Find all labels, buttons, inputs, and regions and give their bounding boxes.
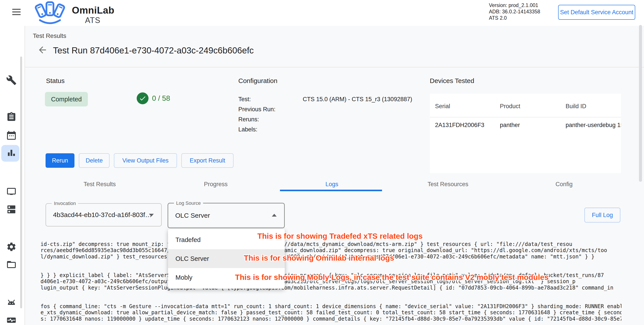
- status-badge: Completed: [45, 92, 88, 106]
- adb-version-line: ADB: 36.0.2-14143358: [489, 8, 540, 15]
- delete-button[interactable]: Delete: [79, 153, 110, 168]
- ats-version-line: ATS 2.0: [489, 15, 540, 21]
- fail-pass-count: 0 / 58: [152, 94, 170, 102]
- export-result-button[interactable]: Export Result: [181, 153, 234, 168]
- bar-chart-icon: [6, 148, 17, 158]
- tab-progress[interactable]: Progress: [158, 177, 274, 192]
- log-source-select[interactable]: Log Source OLC Server: [168, 203, 285, 228]
- config-label: Previous Run:: [238, 106, 276, 113]
- breadcrumb: Test Results: [33, 32, 66, 40]
- server-icon: [6, 204, 17, 214]
- table-header-divider: [430, 117, 621, 118]
- gear-icon: [6, 242, 17, 252]
- app-header: OmniLab ATS Version: prod_2.1.001 ADB: 3…: [0, 0, 644, 26]
- menu-icon[interactable]: [12, 9, 21, 16]
- omnilab-logo-icon: [28, 1, 72, 26]
- version-line: Version: prod_2.1.001: [489, 2, 540, 8]
- version-info: Version: prod_2.1.001 ADB: 36.0.2-141433…: [489, 2, 540, 21]
- omnilab-ats-app: OmniLab ATS Version: prod_2.1.001 ADB: 3…: [0, 0, 644, 325]
- sidebar-nav: [0, 26, 24, 325]
- full-log-button[interactable]: Full Log: [584, 208, 620, 222]
- tab-test-resources[interactable]: Test Resources: [390, 177, 506, 192]
- sidebar-item-test-plans[interactable]: [6, 112, 17, 122]
- device-product-cell: panther: [500, 122, 520, 128]
- set-default-service-account-button[interactable]: Set Default Service Account: [558, 5, 635, 20]
- sidebar-item-tests[interactable]: [6, 75, 17, 86]
- column-header-serial: Serial: [435, 103, 450, 110]
- sidebar-item-android[interactable]: [6, 298, 17, 308]
- android-icon: [6, 298, 17, 308]
- chevron-down-icon: [149, 214, 154, 216]
- devices-tested-heading: Devices Tested: [430, 77, 474, 84]
- health-monitor-icon: [6, 315, 17, 325]
- chevron-up-icon: [272, 214, 277, 216]
- page-scrollbar[interactable]: [639, 25, 642, 182]
- column-header-product: Product: [500, 103, 520, 110]
- config-label: Reruns:: [238, 116, 259, 123]
- sidebar-item-files[interactable]: [6, 259, 17, 270]
- log-source-label: Log Source: [174, 200, 203, 206]
- laptop-device-icon: [6, 186, 17, 197]
- sidebar-item-settings[interactable]: [6, 242, 17, 252]
- active-tab-indicator: [280, 190, 382, 191]
- sidebar-divider: [24, 26, 25, 325]
- log-source-value: OLC Server: [175, 212, 210, 219]
- wrench-icon: [6, 75, 17, 86]
- sidebar-scrollbar[interactable]: [20, 56, 22, 308]
- header-divider: [25, 67, 644, 68]
- page-title: Test Run 87d406e1-e730-4072-a03c-249c6b6…: [53, 46, 254, 56]
- invocation-select[interactable]: Invocation 4b3acd44-eb10-37cd-a16f-803f…: [46, 203, 162, 226]
- rerun-button[interactable]: Rerun: [46, 153, 74, 168]
- config-label: Test:: [238, 96, 251, 103]
- devices-table: Serial Product Build ID 2A131FDH2006F3 p…: [430, 94, 621, 173]
- check-circle-icon: [137, 92, 148, 104]
- device-serial-cell: 2A131FDH2006F3: [435, 122, 484, 128]
- tab-config[interactable]: Config: [506, 177, 622, 192]
- clipboard-icon: [6, 112, 17, 122]
- invocation-value: 4b3acd44-eb10-37cd-a16f-803f…: [53, 211, 152, 218]
- sidebar-item-test-results[interactable]: [6, 148, 17, 158]
- config-label: Labels:: [238, 126, 258, 133]
- sidebar-item-schedule[interactable]: [6, 130, 17, 140]
- app-name: OmniLab: [72, 5, 114, 16]
- app-subtitle: ATS: [85, 16, 100, 25]
- config-value: CTS 15.0 (ARM) - CTS 15_r3 (13092887): [303, 96, 412, 103]
- folder-icon: [6, 259, 17, 270]
- annotation-olc-server: This is for showing Omnilab internal log…: [244, 254, 394, 262]
- invocation-label: Invocation: [52, 200, 78, 206]
- configuration-heading: Configuration: [238, 77, 277, 84]
- column-header-build-id: Build ID: [566, 103, 586, 110]
- calendar-icon: [6, 130, 17, 140]
- annotation-tradefed: This is for showing Tradefed xTS related…: [258, 232, 423, 240]
- sidebar-item-hosts[interactable]: [6, 204, 17, 214]
- annotation-mobly: This is for showing Mobly Logs, in case …: [235, 273, 548, 282]
- status-heading: Status: [46, 77, 64, 84]
- tab-logs[interactable]: Logs: [274, 177, 390, 192]
- tab-bar: Test Results Progress Logs Test Resource…: [42, 177, 622, 192]
- device-build-id-cell: panther-userdebug 15 r: [566, 122, 621, 128]
- view-output-files-button[interactable]: View Output Files: [114, 153, 177, 168]
- tab-test-results[interactable]: Test Results: [42, 177, 158, 192]
- back-arrow-icon[interactable]: [37, 45, 48, 55]
- sidebar-item-monitoring[interactable]: [6, 315, 17, 325]
- sidebar-item-devices[interactable]: [6, 186, 17, 197]
